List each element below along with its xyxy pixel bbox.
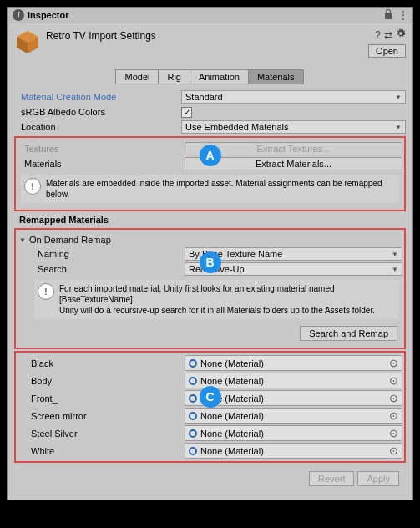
asset-title: Retro TV Import Settings (46, 28, 368, 42)
object-field-value: None (Material) (200, 376, 386, 386)
tab-materials[interactable]: Materials (248, 69, 304, 84)
naming-label: Naming (31, 249, 185, 259)
object-picker-icon[interactable]: ⊙ (389, 427, 398, 439)
object-field-value: None (Material) (200, 358, 386, 368)
foldout-label: On Demand Remap (29, 235, 111, 245)
location-row: Location Use Embedded Materials ▼ (14, 119, 406, 135)
tool-row: ? ⇄ (375, 28, 406, 41)
dropdown-value: Use Embedded Materials (185, 122, 289, 132)
search-label: Search (31, 264, 185, 274)
search-and-remap-button[interactable]: Search and Remap (300, 326, 397, 341)
material-creation-mode-label: Material Creation Mode (14, 92, 181, 102)
material-slot-name: Body (18, 376, 185, 386)
content: Material Creation Mode Standard ▼ sRGB A… (8, 86, 412, 500)
object-ring-icon (189, 429, 197, 438)
material-slot-row: BlackNone (Material)⊙ (18, 354, 402, 372)
material-creation-mode-row: Material Creation Mode Standard ▼ (14, 89, 406, 104)
material-object-field[interactable]: None (Material)⊙ (185, 355, 402, 371)
footer: Revert Apply (14, 465, 406, 493)
location-label: Location (14, 122, 181, 132)
info-message-a: ! Materials are embedded inside the impo… (21, 175, 399, 203)
info-message-b: ! For each imported material, Unity firs… (34, 280, 399, 319)
object-field-value: None (Material) (200, 429, 386, 439)
badge-b: B (200, 251, 221, 273)
tab-model[interactable]: Model (115, 69, 159, 84)
material-object-field[interactable]: None (Material)⊙ (185, 425, 402, 441)
material-slot-name: Front_ (18, 393, 185, 404)
location-dropdown[interactable]: Use Embedded Materials ▼ (181, 120, 406, 134)
object-picker-icon[interactable]: ⊙ (389, 357, 398, 369)
object-ring-icon (189, 394, 197, 403)
material-slot-row: WhiteNone (Material)⊙ (18, 442, 402, 459)
material-slot-name: Screen mirror (18, 411, 185, 421)
import-tabs: Model Rig Animation Materials (8, 63, 412, 86)
inspector-window: i Inspector ⋮ Retro TV Import Settings ?… (7, 7, 413, 500)
badge-c: C (200, 386, 221, 408)
on-demand-remap-foldout[interactable]: ▼ On Demand Remap (18, 233, 402, 246)
open-button[interactable]: Open (368, 44, 406, 58)
asset-header: Retro TV Import Settings ? ⇄ Open (8, 23, 412, 63)
gear-icon[interactable] (396, 28, 406, 41)
material-object-field[interactable]: None (Material)⊙ (185, 408, 402, 424)
object-ring-icon (189, 447, 197, 455)
tab-animation[interactable]: Animation (190, 69, 249, 84)
object-picker-icon[interactable]: ⊙ (389, 409, 398, 422)
remapped-materials-heading: Remapped Materials (14, 213, 406, 226)
material-slot-row: Screen mirrorNone (Material)⊙ (18, 407, 402, 424)
material-slot-row: Steel SilverNone (Material)⊙ (18, 424, 402, 442)
badge-a: A (200, 145, 221, 166)
section-c: C BlackNone (Material)⊙BodyNone (Materia… (14, 351, 406, 463)
material-slot-name: White (18, 446, 185, 456)
info-text: Materials are embedded inside the import… (46, 178, 396, 200)
revert-button[interactable]: Revert (309, 471, 354, 486)
context-menu-icon[interactable]: ⋮ (397, 12, 407, 18)
exclaim-icon: ! (38, 283, 54, 300)
object-picker-icon[interactable]: ⊙ (389, 444, 398, 457)
srgb-label: sRGB Albedo Colors (14, 107, 181, 117)
srgb-row: sRGB Albedo Colors ✓ (14, 104, 406, 119)
section-b: B ▼ On Demand Remap Naming By Base Textu… (14, 228, 406, 349)
srgb-checkbox[interactable]: ✓ (181, 107, 192, 118)
help-icon[interactable]: ? (375, 29, 381, 41)
chevron-down-icon: ▼ (392, 266, 398, 273)
header-tools: ? ⇄ Open (368, 28, 406, 58)
dropdown-value: Standard (185, 92, 223, 102)
object-ring-icon (189, 359, 197, 368)
info-icon: i (13, 9, 24, 21)
lock-icon[interactable] (384, 9, 392, 21)
window-title: Inspector (28, 10, 384, 20)
object-field-value: None (Material) (200, 411, 386, 421)
material-object-field[interactable]: None (Material)⊙ (185, 373, 402, 388)
textures-label: Textures (18, 144, 185, 154)
object-field-value: None (Material) (200, 393, 386, 404)
asset-cube-icon (14, 28, 41, 55)
search-remap-row: Search and Remap (31, 322, 402, 344)
foldout-triangle-icon: ▼ (19, 236, 26, 244)
object-picker-icon[interactable]: ⊙ (389, 374, 398, 387)
material-object-field[interactable]: None (Material)⊙ (185, 443, 402, 459)
material-creation-mode-dropdown[interactable]: Standard ▼ (181, 90, 406, 104)
titlebar: i Inspector ⋮ (8, 8, 412, 23)
exclaim-icon: ! (24, 178, 41, 195)
object-field-value: None (Material) (200, 446, 386, 456)
info-text: For each imported material, Unity first … (59, 283, 396, 316)
apply-button[interactable]: Apply (357, 471, 399, 486)
tab-rig[interactable]: Rig (158, 69, 190, 84)
chevron-down-icon: ▼ (395, 94, 402, 101)
object-ring-icon (189, 377, 197, 385)
materials-label: Materials (18, 159, 185, 169)
material-slot-name: Black (18, 358, 185, 368)
section-a: A Textures Extract Textures... Materials… (14, 136, 406, 211)
preset-icon[interactable]: ⇄ (384, 29, 392, 41)
material-slot-name: Steel Silver (18, 429, 185, 439)
chevron-down-icon: ▼ (392, 251, 398, 258)
object-picker-icon[interactable]: ⊙ (389, 392, 398, 404)
chevron-down-icon: ▼ (395, 124, 402, 131)
object-ring-icon (189, 412, 197, 420)
